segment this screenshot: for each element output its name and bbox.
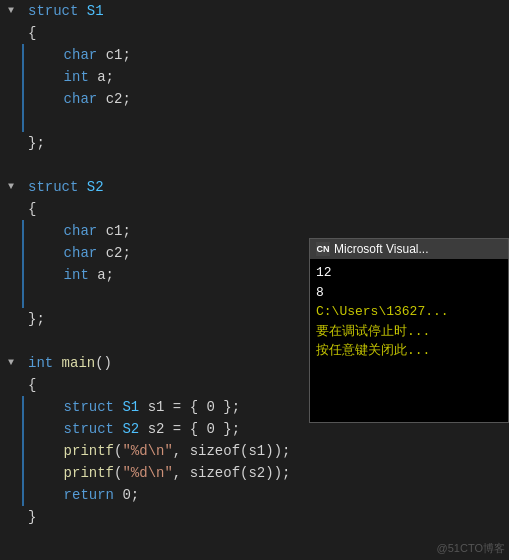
code-token: return <box>30 487 122 503</box>
code-token: }; <box>28 311 45 327</box>
code-token: int <box>30 267 97 283</box>
code-token: , sizeof(s1)); <box>173 443 291 459</box>
code-token: { <box>28 201 36 217</box>
line-gutter-icon[interactable] <box>0 22 22 44</box>
line-content: } <box>22 506 509 528</box>
code-token: , sizeof(s2)); <box>173 465 291 481</box>
line-content: int a; <box>24 66 509 88</box>
line-content: { <box>22 198 509 220</box>
line-content: char c2; <box>24 88 509 110</box>
code-token: s2 = { 0 }; <box>148 421 240 437</box>
console-line: 8 <box>316 283 502 303</box>
console-icon-label: CN <box>317 244 330 254</box>
line-content <box>24 110 509 132</box>
console-line: 要在调试停止时... <box>316 322 502 342</box>
code-token: a; <box>97 267 114 283</box>
line-gutter-icon[interactable] <box>0 418 22 440</box>
code-token: printf <box>30 465 114 481</box>
line-row: return 0; <box>0 484 509 506</box>
code-token: { <box>28 25 36 41</box>
code-token: char <box>30 245 106 261</box>
code-token: () <box>95 355 112 371</box>
line-gutter-icon[interactable] <box>0 308 22 330</box>
line-row: { <box>0 22 509 44</box>
code-token: printf <box>30 443 114 459</box>
line-gutter-icon[interactable] <box>0 330 22 352</box>
line-gutter-icon[interactable]: ▼ <box>0 0 22 22</box>
code-token: a; <box>97 69 114 85</box>
watermark: @51CTO博客 <box>437 541 505 556</box>
code-token: c2; <box>106 91 131 107</box>
line-content: { <box>22 22 509 44</box>
console-line: C:\Users\13627... <box>316 302 502 322</box>
line-gutter-icon[interactable] <box>0 286 22 308</box>
line-content: return 0; <box>24 484 509 506</box>
code-token: c1; <box>106 223 131 239</box>
console-line: 按任意键关闭此... <box>316 341 502 361</box>
line-gutter-icon[interactable] <box>0 198 22 220</box>
code-token: main <box>62 355 96 371</box>
code-token: int <box>30 69 97 85</box>
code-token: int <box>28 355 62 371</box>
line-row: { <box>0 198 509 220</box>
console-content: 128C:\Users\13627...要在调试停止时...按任意键关闭此... <box>310 259 508 422</box>
line-gutter-icon[interactable] <box>0 44 22 66</box>
code-token: s1 = { 0 }; <box>148 399 240 415</box>
line-row: }; <box>0 132 509 154</box>
line-row: char c2; <box>0 88 509 110</box>
line-gutter-icon[interactable] <box>0 506 22 528</box>
code-token: c2; <box>106 245 131 261</box>
line-gutter-icon[interactable] <box>0 440 22 462</box>
line-gutter-icon[interactable]: ▼ <box>0 176 22 198</box>
code-token: char <box>30 47 106 63</box>
line-gutter-icon[interactable] <box>0 242 22 264</box>
line-gutter-icon[interactable] <box>0 396 22 418</box>
line-gutter-icon[interactable] <box>0 220 22 242</box>
line-row <box>0 154 509 176</box>
code-token: "%d\n" <box>122 465 172 481</box>
line-gutter-icon[interactable] <box>0 374 22 396</box>
line-content: struct S1 <box>22 0 509 22</box>
line-content: }; <box>22 132 509 154</box>
code-token: { <box>28 377 36 393</box>
code-token: "%d\n" <box>122 443 172 459</box>
line-gutter-icon[interactable] <box>0 132 22 154</box>
line-gutter-icon[interactable] <box>0 154 22 176</box>
line-gutter-icon[interactable] <box>0 484 22 506</box>
line-content: printf("%d\n", sizeof(s2)); <box>24 462 509 484</box>
line-row: char c1; <box>0 44 509 66</box>
console-window: CN Microsoft Visual... 128C:\Users\13627… <box>309 238 509 423</box>
code-token: struct <box>30 399 122 415</box>
code-token: char <box>30 91 106 107</box>
line-row: ▼struct S2 <box>0 176 509 198</box>
console-line: 12 <box>316 263 502 283</box>
code-token: S2 <box>87 179 104 195</box>
code-token: } <box>28 509 36 525</box>
code-token: struct <box>30 421 122 437</box>
console-icon: CN <box>316 242 330 256</box>
code-token: struct <box>28 179 87 195</box>
line-gutter-icon[interactable] <box>0 66 22 88</box>
editor-wrapper: ▼struct S1{ char c1; int a; char c2;};▼s… <box>0 0 509 560</box>
code-token: S2 <box>122 421 147 437</box>
line-row: int a; <box>0 66 509 88</box>
line-row <box>0 110 509 132</box>
code-token: 0; <box>122 487 139 503</box>
line-gutter-icon[interactable] <box>0 462 22 484</box>
line-row: printf("%d\n", sizeof(s1)); <box>0 440 509 462</box>
line-content <box>22 154 509 176</box>
code-token: S1 <box>122 399 147 415</box>
line-gutter-icon[interactable] <box>0 264 22 286</box>
line-gutter-icon[interactable] <box>0 88 22 110</box>
line-content: char c1; <box>24 44 509 66</box>
line-gutter-icon[interactable] <box>0 110 22 132</box>
line-content: struct S2 <box>22 176 509 198</box>
console-title-bar: CN Microsoft Visual... <box>310 239 508 259</box>
line-gutter-icon[interactable]: ▼ <box>0 352 22 374</box>
code-token: struct <box>28 3 87 19</box>
line-row: printf("%d\n", sizeof(s2)); <box>0 462 509 484</box>
code-token: char <box>30 223 106 239</box>
code-token: S1 <box>87 3 104 19</box>
line-row: ▼struct S1 <box>0 0 509 22</box>
code-token: c1; <box>106 47 131 63</box>
